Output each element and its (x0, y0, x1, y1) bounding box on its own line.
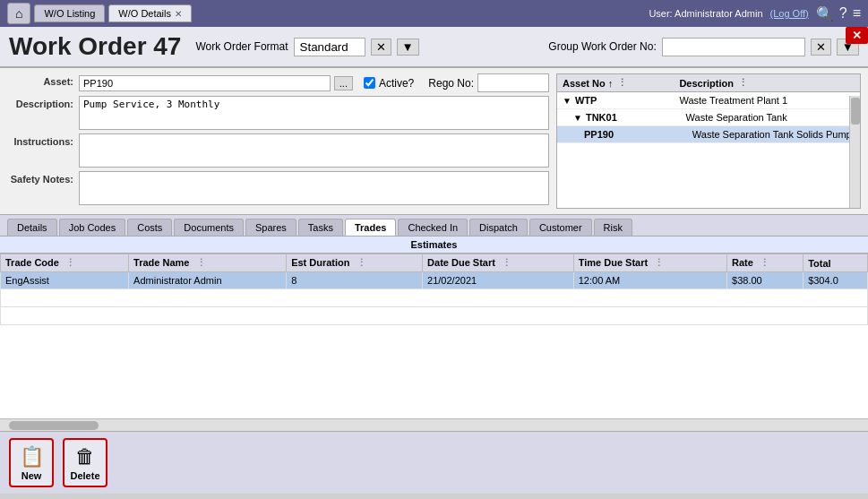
wtp-code: WTP (575, 95, 597, 106)
col-trade-code-menu[interactable]: ⋮ (65, 257, 75, 268)
format-label: Work Order Format (195, 40, 288, 53)
tab-documents[interactable]: Documents (174, 219, 244, 236)
tabs-area: Details Job Codes Costs Documents Spares… (0, 215, 868, 237)
header-area: Work Order 47 Work Order Format ✕ ▼ Grou… (0, 27, 868, 68)
help-icon[interactable]: ? (839, 5, 847, 22)
col-est-duration: Est Duration ⋮ (287, 254, 423, 272)
new-label: New (21, 470, 42, 481)
asset-ellipsis-button[interactable]: ... (334, 76, 353, 90)
asset-label: Asset: (7, 73, 79, 87)
asset-col1-menu[interactable]: ⋮ (617, 77, 627, 89)
tab-costs[interactable]: Costs (127, 219, 172, 236)
tab-trades[interactable]: Trades (345, 219, 396, 236)
form-left: Asset: ... Active? Rego No: Description:… (7, 73, 549, 209)
tab-close-icon[interactable]: ✕ (175, 9, 182, 19)
home-icon: ⌂ (15, 6, 22, 21)
home-button[interactable]: ⌂ (7, 3, 30, 24)
asset-col2-menu[interactable]: ⋮ (738, 77, 748, 89)
asset-input[interactable] (79, 75, 331, 91)
row-trade-code: EngAssist (1, 272, 129, 289)
col-total: Total (804, 254, 868, 272)
group-input[interactable] (662, 38, 805, 56)
form-area: Asset: ... Active? Rego No: Description:… (0, 68, 868, 215)
asset-panel-header: Asset No ↑ ⋮ Description ⋮ (557, 74, 860, 92)
col-trade-code: Trade Code ⋮ (1, 254, 129, 272)
col-date-due-start: Date Due Start ⋮ (423, 254, 574, 272)
wtp-desc: Waste Treatment Plant 1 (679, 95, 855, 106)
group-clear-button[interactable]: ✕ (811, 39, 831, 56)
delete-button[interactable]: 🗑 Delete (63, 438, 107, 487)
row-date-due-start: 21/02/2021 (423, 272, 574, 289)
tnk01-code: TNK01 (586, 112, 617, 123)
active-label: Active? (379, 77, 414, 90)
tab-details[interactable]: Details (7, 219, 57, 236)
asset-row-pp190[interactable]: PP190 Waste Separation Tank Solids Pump (557, 126, 860, 143)
close-window-button[interactable]: ✕ (846, 27, 868, 44)
asset-scrollbar[interactable] (849, 96, 860, 208)
pp190-code: PP190 (584, 129, 614, 140)
format-dropdown-button[interactable]: ▼ (397, 39, 419, 56)
top-bar-left: ⌂ W/O Listing W/O Details ✕ (7, 3, 192, 24)
table-row-empty-1 (1, 289, 868, 307)
tab-risk[interactable]: Risk (594, 219, 632, 236)
wtp-arrow[interactable]: ▼ (563, 96, 572, 106)
logoff-link[interactable]: (Log Off) (770, 8, 809, 19)
trades-table: Trade Code ⋮ Trade Name ⋮ Est Duration ⋮ (0, 254, 868, 325)
table-row-empty-2 (1, 307, 868, 325)
col-rate-menu[interactable]: ⋮ (760, 257, 769, 268)
top-bar-icons: 🔍 ? ≡ (816, 5, 861, 22)
tab-dispatch[interactable]: Dispatch (469, 219, 528, 236)
tab-spares[interactable]: Spares (245, 219, 296, 236)
asset-col1-sort[interactable]: ↑ (608, 78, 614, 89)
table-scroll[interactable]: Trade Code ⋮ Trade Name ⋮ Est Duration ⋮ (0, 254, 868, 418)
active-checkbox[interactable] (364, 77, 375, 89)
format-clear-button[interactable]: ✕ (371, 39, 391, 56)
top-bar: ⌂ W/O Listing W/O Details ✕ User: Admini… (0, 0, 868, 27)
menu-icon[interactable]: ≡ (853, 5, 861, 22)
instructions-textarea[interactable] (79, 133, 549, 168)
search-icon[interactable]: 🔍 (816, 5, 834, 22)
tnk01-arrow[interactable]: ▼ (573, 113, 582, 123)
estimates-header: Estimates (0, 237, 868, 254)
tab-tasks[interactable]: Tasks (298, 219, 343, 236)
row-time-due-start: 12:00 AM (573, 272, 726, 289)
tab-customer[interactable]: Customer (529, 219, 592, 236)
col-date-due-start-menu[interactable]: ⋮ (502, 257, 511, 268)
tab-wo-details[interactable]: W/O Details ✕ (108, 4, 192, 22)
col-time-due-start: Time Due Start ⋮ (573, 254, 726, 272)
format-input[interactable] (294, 38, 365, 56)
col-trade-name-menu[interactable]: ⋮ (196, 257, 206, 268)
col-trade-name: Trade Name ⋮ (129, 254, 287, 272)
tab-checked-in[interactable]: Checked In (398, 219, 468, 236)
description-label: Description: (7, 96, 79, 109)
asset-row-wtp[interactable]: ▼ WTP Waste Treatment Plant 1 (557, 92, 860, 109)
horizontal-scrollbar-thumb (9, 421, 99, 430)
user-text: User: Administrator Admin (649, 8, 762, 19)
safety-textarea[interactable] (79, 171, 549, 205)
asset-row-tnk01[interactable]: ▼ TNK01 Waste Separation Tank (557, 109, 860, 126)
header-group: Group Work Order No: ✕ ▼ (548, 38, 859, 56)
rego-input[interactable] (477, 73, 549, 92)
new-button[interactable]: 📋 New (9, 438, 54, 487)
asset-row: Asset: ... Active? Rego No: (7, 73, 549, 92)
description-textarea[interactable]: Pump Service, 3 Monthly (79, 96, 549, 130)
table-row[interactable]: EngAssist Administrator Admin 8 21/02/20… (1, 272, 868, 289)
asset-col1-label: Asset No (563, 78, 606, 89)
row-trade-name: Administrator Admin (129, 272, 287, 289)
col-rate: Rate ⋮ (727, 254, 804, 272)
delete-icon: 🗑 (75, 445, 95, 469)
tab-wo-details-label: W/O Details (118, 8, 171, 19)
row-total: $304.0 (804, 272, 868, 289)
table-area: Estimates Trade Code ⋮ Trade Name ⋮ (0, 237, 868, 431)
horizontal-scrollbar[interactable] (0, 418, 868, 431)
col-est-duration-menu[interactable]: ⋮ (357, 257, 366, 268)
bottom-toolbar: 📋 New 🗑 Delete (0, 431, 868, 494)
row-rate: $38.00 (727, 272, 804, 289)
col-time-due-start-menu[interactable]: ⋮ (654, 257, 664, 268)
description-row: Description: Pump Service, 3 Monthly (7, 96, 549, 130)
tab-job-codes[interactable]: Job Codes (59, 219, 126, 236)
tab-wo-listing[interactable]: W/O Listing (34, 4, 105, 22)
delete-label: Delete (70, 470, 99, 481)
row-est-duration: 8 (287, 272, 423, 289)
safety-row: Safety Notes: (7, 171, 549, 205)
